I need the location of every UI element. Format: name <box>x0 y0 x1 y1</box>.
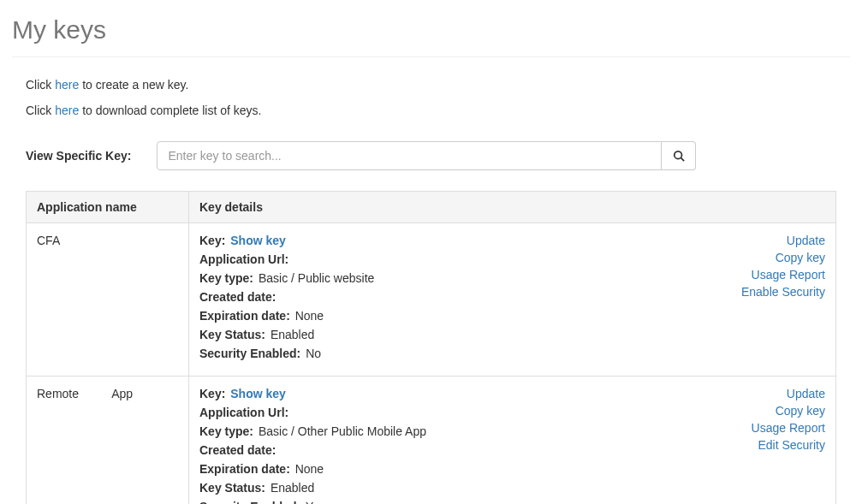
usage-report-link[interactable]: Usage Report <box>752 421 825 435</box>
keys-table: Application name Key details CFAKey: Sho… <box>26 191 836 504</box>
detail-label: Application Url: <box>199 252 288 266</box>
download-keys-link[interactable]: here <box>55 104 79 117</box>
col-header-details: Key details <box>189 192 836 223</box>
detail-line: Created date: <box>199 290 724 304</box>
detail-label: Security Enabled: <box>199 347 300 360</box>
detail-value: None <box>292 309 324 323</box>
download-prefix: Click <box>26 104 55 117</box>
detail-line: Security Enabled: No <box>199 347 724 360</box>
detail-label: Key Status: <box>199 328 265 341</box>
detail-line: Application Url: <box>199 252 724 266</box>
detail-label: Created date: <box>199 290 276 304</box>
detail-value: Basic / Public website <box>255 271 374 285</box>
enable-security-link[interactable]: Enable Security <box>741 285 825 299</box>
show-key-link[interactable]: Show key <box>227 387 285 400</box>
detail-value: Enabled <box>267 328 314 341</box>
detail-line: Key type: Basic / Public website <box>199 271 724 285</box>
detail-value: Yes <box>302 500 324 504</box>
table-row: CFAKey: Show keyApplication Url: Key typ… <box>27 223 836 377</box>
search-button[interactable] <box>662 141 696 170</box>
detail-value: No <box>302 347 321 360</box>
detail-label: Expiration date: <box>199 309 290 323</box>
detail-label: Key type: <box>199 424 253 438</box>
detail-line: Expiration date: None <box>199 462 734 476</box>
update-link[interactable]: Update <box>741 234 825 247</box>
search-input[interactable] <box>157 141 662 170</box>
detail-value: None <box>292 462 324 476</box>
detail-line: Key Status: Enabled <box>199 481 734 495</box>
edit-security-link[interactable]: Edit Security <box>752 438 825 452</box>
update-link[interactable]: Update <box>752 387 825 400</box>
detail-label: Key Status: <box>199 481 265 495</box>
copy-key-link[interactable]: Copy key <box>741 251 825 264</box>
table-row: Remote AppKey: Show keyApplication Url: … <box>27 377 836 505</box>
detail-label: Key: <box>199 234 225 247</box>
create-key-sentence: Click here to create a new key. <box>26 78 850 92</box>
detail-line: Key: Show key <box>199 234 724 247</box>
detail-label: Key type: <box>199 271 253 285</box>
usage-report-link[interactable]: Usage Report <box>741 268 825 282</box>
search-label: View Specific Key: <box>26 149 131 163</box>
copy-key-link[interactable]: Copy key <box>752 404 825 418</box>
create-prefix: Click <box>26 78 55 92</box>
detail-label: Expiration date: <box>199 462 290 476</box>
detail-value: Enabled <box>267 481 314 495</box>
detail-line: Created date: <box>199 443 734 457</box>
key-details-cell: Key: Show keyApplication Url: Key type: … <box>189 223 836 377</box>
app-name-cell: CFA <box>27 223 189 377</box>
app-name-cell: Remote App <box>27 377 189 505</box>
download-suffix: to download complete list of keys. <box>79 104 261 117</box>
page-title: My keys <box>12 9 850 57</box>
detail-value: Basic / Other Public Mobile App <box>255 424 426 438</box>
col-header-appname: Application name <box>27 192 189 223</box>
search-icon <box>673 150 685 162</box>
detail-label: Created date: <box>199 443 276 457</box>
detail-label: Security Enabled: <box>199 500 300 504</box>
detail-line: Key type: Basic / Other Public Mobile Ap… <box>199 424 734 438</box>
svg-point-0 <box>675 151 682 159</box>
detail-line: Key: Show key <box>199 387 734 400</box>
key-details-cell: Key: Show keyApplication Url: Key type: … <box>189 377 836 505</box>
create-suffix: to create a new key. <box>79 78 188 92</box>
detail-line: Expiration date: None <box>199 309 724 323</box>
detail-label: Application Url: <box>199 406 288 419</box>
show-key-link[interactable]: Show key <box>227 234 285 247</box>
svg-line-1 <box>681 158 685 162</box>
download-keys-sentence: Click here to download complete list of … <box>26 104 850 117</box>
detail-line: Key Status: Enabled <box>199 328 724 341</box>
create-key-link[interactable]: here <box>55 78 79 92</box>
detail-label: Key: <box>199 387 225 400</box>
detail-line: Application Url: <box>199 406 734 419</box>
detail-line: Security Enabled: Yes <box>199 500 734 504</box>
